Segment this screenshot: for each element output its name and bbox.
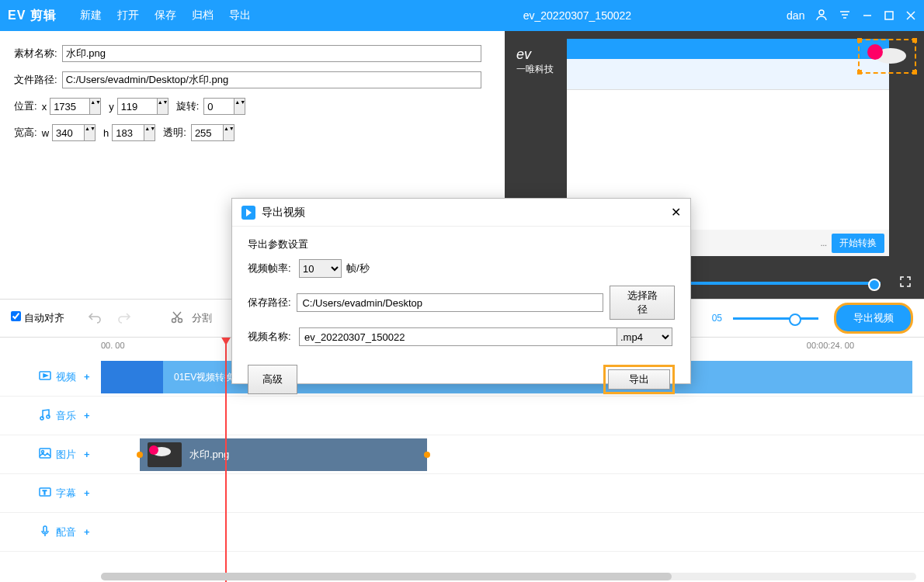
zoom-slider[interactable] bbox=[733, 317, 818, 320]
timeline-scrollbar[interactable] bbox=[101, 573, 916, 580]
menu-new[interactable]: 新建 bbox=[80, 9, 102, 23]
minimize-icon[interactable] bbox=[862, 10, 873, 23]
redo-icon[interactable] bbox=[117, 310, 131, 327]
opacity-spinner[interactable]: ▲▼ bbox=[224, 124, 234, 141]
user-icon[interactable] bbox=[815, 9, 828, 23]
rotate-label: 旋转: bbox=[176, 99, 200, 113]
video-track-icon bbox=[39, 369, 51, 384]
menu-icon[interactable] bbox=[839, 9, 851, 23]
svg-point-0 bbox=[819, 10, 824, 15]
export-confirm-button[interactable]: 导出 bbox=[608, 369, 670, 390]
image-clip[interactable]: 水印.png bbox=[140, 438, 427, 471]
cut-icon[interactable] bbox=[170, 310, 184, 327]
position-label: 位置: bbox=[14, 99, 37, 113]
size-label: 宽高: bbox=[14, 126, 37, 140]
brand-logo: ev 一唯科技 bbox=[516, 47, 554, 76]
svg-rect-14 bbox=[40, 449, 50, 458]
x-spinner[interactable]: ▲▼ bbox=[90, 98, 101, 115]
fps-unit: 帧/秒 bbox=[346, 262, 370, 275]
y-spinner[interactable]: ▲▼ bbox=[158, 98, 168, 115]
opacity-input[interactable] bbox=[191, 124, 224, 141]
menu-save[interactable]: 保存 bbox=[155, 9, 176, 23]
h-input[interactable] bbox=[112, 124, 144, 141]
browse-button[interactable]: 选择路径 bbox=[610, 286, 675, 320]
svg-rect-18 bbox=[43, 526, 47, 532]
user-name[interactable]: dan bbox=[787, 9, 804, 22]
fps-label: 视频帧率: bbox=[248, 262, 299, 275]
w-input[interactable] bbox=[52, 124, 85, 141]
w-label: w bbox=[42, 127, 49, 139]
h-spinner[interactable]: ▲▼ bbox=[144, 124, 155, 141]
ruler-start: 00. 00 bbox=[101, 341, 125, 350]
file-path-label: 文件路径: bbox=[14, 73, 57, 87]
add-image-track[interactable]: + bbox=[84, 449, 90, 460]
menu-open[interactable]: 打开 bbox=[117, 9, 139, 23]
svg-text:T: T bbox=[43, 489, 47, 496]
menu-archive[interactable]: 归档 bbox=[192, 9, 214, 23]
close-icon[interactable] bbox=[905, 10, 916, 23]
app-logo: EV 剪辑 bbox=[8, 8, 57, 24]
image-track-icon bbox=[39, 447, 51, 462]
export-dialog: 导出视频 ✕ 导出参数设置 视频帧率: 10 帧/秒 保存路径: 选择路径 视频… bbox=[231, 198, 691, 384]
export-video-button[interactable]: 导出视频 bbox=[834, 303, 913, 334]
material-name-input[interactable] bbox=[62, 45, 481, 62]
subtitle-track-label: 字幕 bbox=[56, 487, 76, 501]
clip-handle-left[interactable] bbox=[137, 452, 143, 458]
music-track-label: 音乐 bbox=[56, 409, 76, 423]
clip-handle-right[interactable] bbox=[424, 452, 430, 458]
titlebar: EV 剪辑 新建 打开 保存 归档 导出 ev_20220307_150022 … bbox=[0, 0, 924, 31]
preview-start-button: 开始转换 bbox=[832, 234, 884, 253]
split-label[interactable]: 分割 bbox=[192, 311, 212, 325]
file-path-input[interactable] bbox=[62, 71, 481, 88]
maximize-icon[interactable] bbox=[884, 10, 894, 23]
x-label: x bbox=[42, 101, 47, 113]
watermark-overlay[interactable] bbox=[858, 39, 916, 74]
auto-align-checkbox[interactable]: 自动对齐 bbox=[11, 311, 64, 325]
video-name-input[interactable] bbox=[299, 327, 617, 346]
video-clip-thumbnail bbox=[101, 361, 163, 393]
export-params-label: 导出参数设置 bbox=[248, 237, 675, 251]
fps-select[interactable]: 10 bbox=[299, 259, 342, 278]
save-path-label: 保存路径: bbox=[248, 296, 297, 310]
material-name-label: 素材名称: bbox=[14, 47, 57, 61]
svg-point-13 bbox=[47, 415, 50, 418]
image-track-label: 图片 bbox=[56, 448, 76, 462]
h-label: h bbox=[103, 127, 109, 139]
undo-icon[interactable] bbox=[88, 310, 102, 327]
w-spinner[interactable]: ▲▼ bbox=[85, 124, 96, 141]
opacity-label: 透明: bbox=[163, 126, 186, 140]
rotate-input[interactable] bbox=[203, 98, 234, 115]
menu-export[interactable]: 导出 bbox=[229, 9, 251, 23]
fullscreen-icon[interactable] bbox=[899, 275, 912, 291]
svg-rect-2 bbox=[885, 12, 893, 19]
svg-point-12 bbox=[40, 417, 43, 420]
add-voice-track[interactable]: + bbox=[84, 526, 90, 538]
playhead[interactable] bbox=[225, 338, 227, 582]
music-track-icon bbox=[39, 408, 51, 423]
x-input[interactable] bbox=[50, 98, 90, 115]
add-video-track[interactable]: + bbox=[84, 371, 90, 383]
y-input[interactable] bbox=[117, 98, 158, 115]
add-subtitle-track[interactable]: + bbox=[84, 487, 90, 499]
format-select[interactable]: .mp4 bbox=[617, 327, 672, 346]
rotate-spinner[interactable]: ▲▼ bbox=[234, 98, 245, 115]
video-track-label: 视频 bbox=[56, 370, 76, 384]
export-dialog-icon bbox=[241, 206, 255, 220]
y-label: y bbox=[109, 101, 114, 113]
dialog-close-icon[interactable]: ✕ bbox=[671, 205, 681, 220]
ruler-end: 00:00:24. 00 bbox=[807, 341, 854, 350]
add-music-track[interactable]: + bbox=[84, 410, 90, 421]
image-clip-thumbnail bbox=[148, 442, 182, 467]
voice-track-icon bbox=[39, 525, 51, 539]
project-name: ev_20220307_150022 bbox=[523, 9, 631, 22]
voice-track-label: 配音 bbox=[56, 525, 76, 539]
zoom-ratio: 05 bbox=[712, 313, 722, 324]
video-name-label: 视频名称: bbox=[248, 330, 299, 344]
image-clip-name: 水印.png bbox=[189, 448, 229, 462]
subtitle-track-icon: T bbox=[39, 486, 51, 501]
save-path-input[interactable] bbox=[297, 293, 603, 312]
advanced-button[interactable]: 高级 bbox=[248, 365, 297, 394]
export-dialog-title: 导出视频 bbox=[262, 206, 305, 220]
svg-marker-11 bbox=[43, 374, 47, 377]
